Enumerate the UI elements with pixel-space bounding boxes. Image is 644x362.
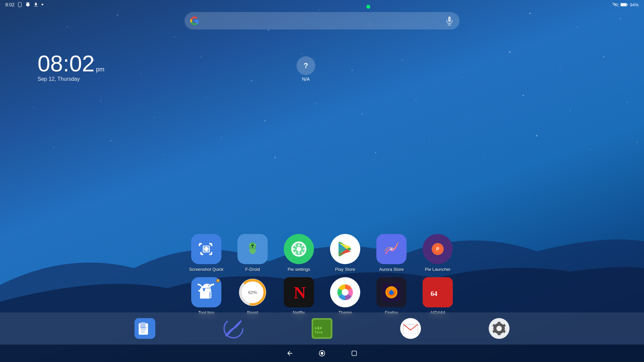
settings-icon xyxy=(489,318,509,339)
weather-question: ? xyxy=(304,61,308,70)
recents-button[interactable] xyxy=(348,347,360,359)
app-row-1: Screenshot Quick xyxy=(188,234,456,272)
svg-point-10 xyxy=(577,26,577,27)
app-aurora-store[interactable]: A Aurora Store xyxy=(373,234,410,272)
search-bar-container[interactable] xyxy=(184,12,460,29)
svg-point-47 xyxy=(637,142,638,143)
theme-icon xyxy=(336,283,355,302)
bullet-status: • xyxy=(41,1,43,8)
app-fdroid[interactable]: F-Droid xyxy=(234,234,271,272)
svg-rect-74 xyxy=(202,292,211,298)
svg-rect-107 xyxy=(352,351,357,356)
svg-point-42 xyxy=(375,152,376,153)
search-bar[interactable] xyxy=(184,12,460,29)
terminal-icon: >1+ Term xyxy=(312,318,332,339)
svg-text:>1+: >1+ xyxy=(315,325,322,330)
fdroid-icon xyxy=(243,239,263,259)
svg-point-11 xyxy=(620,18,621,19)
dock-files[interactable] xyxy=(133,316,157,341)
home-button[interactable] xyxy=(316,347,328,359)
svg-point-106 xyxy=(321,352,323,355)
android-status-icon xyxy=(17,2,22,7)
svg-point-39 xyxy=(221,137,222,138)
notification-dot xyxy=(216,279,220,283)
aida64-icon: 64 xyxy=(428,283,447,302)
svg-rect-92 xyxy=(141,331,145,332)
app-pie-launcher[interactable]: P Pie Launcher xyxy=(419,234,456,272)
svg-text:N: N xyxy=(294,283,306,302)
svg-point-63 xyxy=(251,246,252,247)
battery-percent: 94% xyxy=(630,2,639,7)
svg-point-26 xyxy=(154,117,155,118)
dock-linear[interactable] xyxy=(221,316,246,341)
mic-icon[interactable] xyxy=(445,16,454,25)
clock-ampm: pm xyxy=(96,66,104,72)
pielauncher-icon: P xyxy=(428,240,447,258)
dock-gmail[interactable] xyxy=(398,316,423,341)
svg-point-15 xyxy=(201,57,202,57)
svg-point-34 xyxy=(570,110,571,111)
app-boost[interactable]: 62% Boost xyxy=(234,277,271,315)
svg-point-23 xyxy=(603,57,604,58)
app-toolbox[interactable]: Tool box xyxy=(188,277,225,315)
svg-point-49 xyxy=(20,6,20,6)
svg-point-1 xyxy=(117,15,118,16)
weather-icon: ? xyxy=(297,56,315,75)
svg-point-16 xyxy=(251,80,252,81)
clock-widget: 08:02 pm Sep 12, Thursday xyxy=(38,52,104,82)
camera-status-icon xyxy=(25,2,31,7)
netflix-icon: N xyxy=(290,283,307,302)
svg-text:P: P xyxy=(436,246,439,251)
wifi-icon xyxy=(612,2,619,7)
svg-rect-52 xyxy=(621,4,626,6)
battery-icon xyxy=(621,3,628,7)
app-aida64[interactable]: 64 AIDA64 xyxy=(419,277,456,315)
svg-point-37 xyxy=(110,140,111,141)
svg-point-43 xyxy=(429,139,430,139)
app-screenshot-quick[interactable]: Screenshot Quick xyxy=(188,234,225,272)
svg-point-2 xyxy=(174,37,175,37)
firefox-icon xyxy=(382,283,401,302)
svg-point-40 xyxy=(274,157,276,158)
app-pie-settings[interactable]: Pie settings xyxy=(280,234,317,272)
recents-icon xyxy=(351,350,357,356)
svg-point-18 xyxy=(352,70,353,71)
svg-point-36 xyxy=(53,147,54,148)
clock-hours-minutes: 08:02 xyxy=(38,52,95,75)
svg-point-45 xyxy=(536,135,537,136)
piesettings-icon xyxy=(290,240,308,258)
boost-icon-wrap: 62% xyxy=(237,277,268,307)
svg-point-4 xyxy=(268,29,269,31)
app-firefox[interactable]: Firefox xyxy=(373,277,410,315)
svg-point-29 xyxy=(315,104,316,104)
svg-point-32 xyxy=(469,119,470,119)
svg-rect-59 xyxy=(251,245,252,246)
svg-point-25 xyxy=(100,100,101,101)
svg-point-24 xyxy=(33,107,34,108)
svg-point-27 xyxy=(208,97,208,98)
svg-point-30 xyxy=(362,114,363,115)
svg-point-80 xyxy=(342,289,348,296)
svg-point-0 xyxy=(67,26,67,27)
home-icon xyxy=(319,350,325,357)
app-grid: Screenshot Quick xyxy=(188,234,456,315)
svg-text:64: 64 xyxy=(431,290,437,297)
app-netflix[interactable]: N Netflix xyxy=(280,277,317,315)
boost-percent: 62% xyxy=(248,290,257,295)
status-left: 8:02 • xyxy=(5,1,44,8)
status-right: 94% xyxy=(612,2,639,7)
aurora-icon: A xyxy=(382,240,401,258)
app-theme[interactable]: Theme xyxy=(327,277,364,315)
dock-settings[interactable] xyxy=(487,316,511,341)
svg-point-33 xyxy=(523,95,524,96)
back-button[interactable] xyxy=(284,347,296,359)
status-time: 8:02 xyxy=(5,2,14,7)
app-play-store[interactable]: Play Store xyxy=(327,234,364,272)
dock-terminal[interactable]: >1+ Term xyxy=(310,316,334,341)
search-input[interactable] xyxy=(203,12,445,29)
screenshot-icon xyxy=(197,240,215,258)
files-icon xyxy=(135,318,155,339)
svg-point-57 xyxy=(249,244,251,245)
svg-point-22 xyxy=(560,67,560,67)
dock: >1+ Term xyxy=(0,312,644,345)
